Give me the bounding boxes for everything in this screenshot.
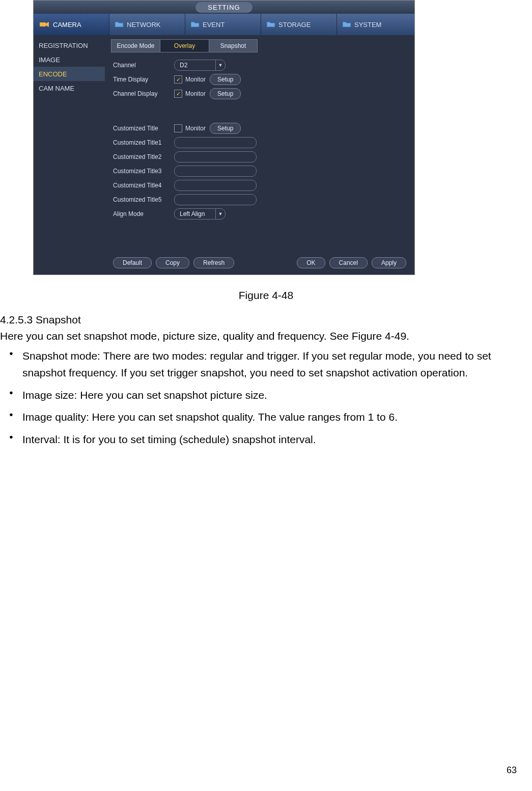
customized-title-setup-button[interactable]: Setup [210, 123, 241, 134]
customized-title5-input[interactable] [174, 194, 257, 205]
folder-icon [190, 21, 200, 28]
channel-label: Channel [113, 62, 174, 69]
sidebar-item-encode[interactable]: ENCODE [34, 67, 105, 81]
apply-button[interactable]: Apply [372, 257, 406, 268]
main-tabs: CAMERA NETWORK EVENT [34, 14, 414, 35]
tab-network[interactable]: NETWORK [109, 14, 185, 35]
section-heading: 4.2.5.3 Snapshot [0, 314, 532, 326]
time-display-setup-button[interactable]: Setup [210, 74, 241, 85]
subtab-overlay[interactable]: Overlay [160, 39, 209, 52]
sidebar-item-label: ENCODE [39, 70, 67, 78]
customized-title3-label: Customized Title3 [113, 168, 174, 175]
customized-title5-label: Customized Title5 [113, 196, 174, 203]
channel-dropdown[interactable]: D2 ▼ [174, 60, 226, 71]
customized-title3-input[interactable] [174, 166, 257, 177]
refresh-button[interactable]: Refresh [193, 257, 234, 268]
copy-button[interactable]: Copy [156, 257, 189, 268]
button-label: Apply [381, 259, 397, 266]
tab-camera[interactable]: CAMERA [34, 14, 109, 35]
time-display-label: Time Display [113, 76, 174, 83]
tab-event-label: EVENT [203, 21, 225, 29]
sub-tabs: Encode Mode Overlay Snapshot [111, 39, 408, 52]
sidebar: REGISTRATION IMAGE ENCODE CAM NAME [34, 35, 105, 275]
form-area: Channel D2 ▼ Time Display Monitor Setup [111, 56, 408, 251]
cancel-button[interactable]: Cancel [329, 257, 368, 268]
settings-panel: Encode Mode Overlay Snapshot Channel D2 … [105, 35, 414, 275]
list-item: Interval: It is for you to set timing (s… [22, 431, 532, 448]
button-label: Cancel [339, 259, 358, 266]
sidebar-item-label: REGISTRATION [39, 42, 88, 49]
channel-value: D2 [175, 62, 215, 69]
customized-title2-label: Customized Title2 [113, 153, 174, 160]
button-label: OK [306, 259, 315, 266]
customized-title1-label: Customized Title1 [113, 139, 174, 146]
monitor-label: Monitor [185, 90, 206, 97]
subtab-label: Encode Mode [117, 42, 154, 49]
button-label: Copy [165, 259, 180, 266]
window-titlebar: SETTING [34, 1, 414, 14]
customized-title-checkbox[interactable] [174, 124, 182, 132]
sidebar-item-label: IMAGE [39, 56, 60, 64]
tab-storage-label: STORAGE [278, 21, 311, 29]
folder-icon [115, 21, 124, 28]
monitor-label: Monitor [185, 76, 206, 83]
default-button[interactable]: Default [113, 257, 152, 268]
channel-display-checkbox[interactable] [174, 90, 182, 98]
settings-window: SETTING CAMERA NETWORK [33, 0, 415, 275]
sidebar-item-image[interactable]: IMAGE [34, 52, 105, 67]
subtab-encode-mode[interactable]: Encode Mode [111, 39, 160, 52]
camera-icon [39, 20, 50, 29]
list-item: Image quality: Here you can set snapshot… [22, 408, 532, 426]
bullet-list: Snapshot mode: There are two modes: regu… [0, 347, 532, 448]
tab-storage[interactable]: STORAGE [261, 14, 337, 35]
button-label: Setup [217, 125, 233, 132]
tab-system[interactable]: SYSTEM [337, 14, 413, 35]
intro-paragraph: Here you can set snapshot mode, picture … [0, 328, 532, 344]
customized-title4-label: Customized Title4 [113, 182, 174, 189]
button-label: Setup [217, 90, 233, 97]
window-title: SETTING [195, 2, 252, 13]
tab-network-label: NETWORK [127, 21, 160, 29]
chevron-down-icon: ▼ [215, 209, 225, 219]
footer-buttons: Default Copy Refresh OK Cancel Apply [111, 251, 408, 268]
align-mode-dropdown[interactable]: Left Align ▼ [174, 208, 226, 220]
customized-title-label: Customized Title [113, 125, 174, 132]
sidebar-item-label: CAM NAME [39, 85, 74, 92]
figure-caption: Figure 4-48 [0, 289, 532, 302]
folder-icon [342, 21, 351, 28]
time-display-checkbox[interactable] [174, 75, 182, 84]
tab-event[interactable]: EVENT [185, 14, 261, 35]
subtab-label: Snapshot [220, 42, 246, 49]
list-item: Snapshot mode: There are two modes: regu… [22, 347, 532, 381]
channel-display-setup-button[interactable]: Setup [210, 88, 241, 99]
tab-system-label: SYSTEM [354, 21, 381, 29]
ok-button[interactable]: OK [297, 257, 325, 268]
button-label: Setup [217, 76, 233, 83]
page-number: 63 [507, 765, 517, 776]
svg-rect-0 [40, 22, 46, 26]
subtab-label: Overlay [174, 42, 195, 49]
button-label: Refresh [203, 259, 225, 266]
chevron-down-icon: ▼ [215, 60, 225, 70]
align-mode-label: Align Mode [113, 210, 174, 217]
sidebar-item-registration[interactable]: REGISTRATION [34, 38, 105, 52]
customized-title4-input[interactable] [174, 180, 257, 191]
monitor-label: Monitor [185, 125, 206, 132]
channel-display-label: Channel Display [113, 90, 174, 97]
svg-marker-1 [46, 22, 49, 27]
subtab-snapshot[interactable]: Snapshot [209, 39, 258, 52]
folder-icon [266, 21, 275, 28]
customized-title2-input[interactable] [174, 151, 257, 162]
list-item: Image size: Here you can set snapshot pi… [22, 387, 532, 404]
align-mode-value: Left Align [175, 210, 215, 217]
tab-camera-label: CAMERA [53, 21, 81, 29]
sidebar-item-camname[interactable]: CAM NAME [34, 81, 105, 95]
button-label: Default [123, 259, 142, 266]
customized-title1-input[interactable] [174, 137, 257, 148]
